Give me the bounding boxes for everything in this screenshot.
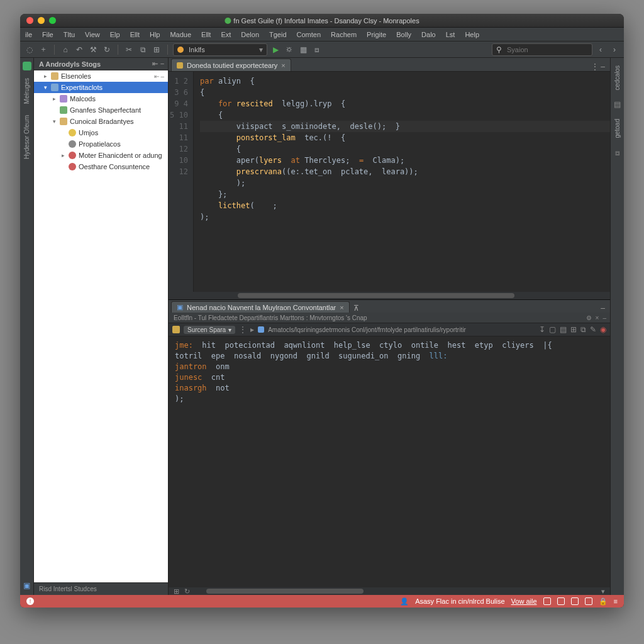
- code-editor[interactable]: 1 2 3 6 9 4 5 10 11 11 12 10 12 par aliy…: [169, 72, 610, 292]
- tool-icon-7[interactable]: ◉: [600, 325, 606, 334]
- menu-tltu[interactable]: Tltu: [58, 31, 80, 38]
- menu-lst[interactable]: Lst: [441, 31, 460, 38]
- pin-icon[interactable]: ⊼: [353, 304, 359, 313]
- menu-delon[interactable]: Delon: [236, 31, 264, 38]
- left-tool-tab-1[interactable]: Mełruges: [22, 74, 31, 108]
- tree-row-6[interactable]: Propatielacos: [34, 138, 168, 150]
- run-config-selector[interactable]: ▾: [173, 43, 267, 56]
- tool-icon-2[interactable]: ▢: [549, 325, 556, 334]
- hide-icon[interactable]: –: [160, 60, 164, 68]
- gear-icon[interactable]: ⚙: [586, 314, 592, 321]
- editor-tab[interactable]: Doneda toutied exportecteary ×: [171, 58, 291, 71]
- menu-prigite[interactable]: Prigite: [362, 31, 391, 38]
- tree-row-2[interactable]: ▸Malcods: [34, 93, 168, 104]
- prev-button[interactable]: ‹: [595, 44, 606, 55]
- console-output[interactable]: jme: hit poteciontad aqwnliont help_lse …: [169, 336, 610, 587]
- status-menu-icon[interactable]: ≡: [614, 597, 618, 605]
- sb-icon-1[interactable]: ⊞: [174, 587, 179, 596]
- tool-icon-6[interactable]: ✎: [590, 325, 596, 334]
- tool-icon-3[interactable]: ▤: [560, 325, 567, 334]
- sb-chevron-icon[interactable]: ▾: [601, 587, 605, 596]
- filter-icon[interactable]: ⋮: [239, 325, 247, 334]
- debug-button[interactable]: ⛭: [284, 44, 295, 55]
- close-window-button[interactable]: [26, 17, 33, 24]
- tree-row-4[interactable]: ▾Cunoical Bradantyes: [34, 116, 168, 127]
- menu-tgeid[interactable]: Tgeid: [264, 31, 292, 38]
- inspect-icon[interactable]: ⧈: [615, 148, 620, 157]
- search-box[interactable]: ⚲: [492, 43, 592, 56]
- editor-scrollbar[interactable]: [169, 292, 610, 299]
- status-icon-4[interactable]: [585, 597, 592, 605]
- tree-row-0[interactable]: ▸Elsenoles⇤ –: [34, 70, 168, 82]
- menu-hlp[interactable]: Hlp: [145, 31, 165, 38]
- paste-button[interactable]: ⊞: [151, 44, 162, 55]
- run-config-name[interactable]: [187, 45, 250, 54]
- undo-button[interactable]: ↶: [74, 44, 85, 55]
- tab-overflow-icon[interactable]: ⋮ –: [591, 62, 605, 71]
- status-icon-2[interactable]: [557, 597, 565, 605]
- play-icon[interactable]: ▸: [250, 325, 254, 334]
- close-tab-icon[interactable]: ×: [281, 62, 285, 69]
- cut-button[interactable]: ✂: [123, 44, 135, 55]
- menu-bolly[interactable]: Bolly: [391, 31, 416, 38]
- status-icon-3[interactable]: [571, 597, 579, 605]
- close-icon[interactable]: ×: [596, 314, 599, 321]
- save-button[interactable]: ⌂: [60, 44, 71, 55]
- structure-icon[interactable]: ▣: [23, 581, 30, 590]
- menu-comten[interactable]: Comten: [292, 31, 326, 38]
- console-tab[interactable]: ▣ Nenad nacio Navnent la Muylraon Convon…: [171, 301, 350, 313]
- db-icon[interactable]: ▤: [614, 100, 621, 109]
- left-tool-tab-2[interactable]: Hydesor Ofeum: [22, 111, 31, 163]
- sb-icon-2[interactable]: ↻: [184, 587, 190, 596]
- collapse-icon[interactable]: ⇤: [152, 60, 158, 68]
- attach-button[interactable]: ⧈: [311, 44, 323, 55]
- tree-row-5[interactable]: Umjos: [34, 127, 168, 138]
- code-content[interactable]: par aliyn { { for rescited lelgg).lryp {…: [194, 72, 610, 292]
- back-button[interactable]: ◌: [24, 44, 35, 55]
- stop-button[interactable]: ▦: [297, 44, 309, 55]
- menu-rachem[interactable]: Rachem: [326, 31, 362, 38]
- min-icon[interactable]: –: [602, 314, 606, 321]
- minimize-panel-icon[interactable]: –: [601, 304, 605, 313]
- redo-button[interactable]: ↻: [101, 44, 113, 55]
- tree-row-3[interactable]: Gnanfes Shaperfectant: [34, 104, 168, 116]
- menu-ellt[interactable]: Ellt: [125, 31, 145, 38]
- console-scrollbar[interactable]: ⊞ ↻ ▾: [169, 587, 610, 595]
- run-button[interactable]: ▶: [270, 44, 281, 55]
- new-button[interactable]: ＋: [38, 44, 49, 55]
- tree-row-7[interactable]: ▸Moter Ehanicdent or adung: [34, 150, 168, 161]
- run-indicator-icon[interactable]: [172, 326, 180, 333]
- warning-icon[interactable]: !: [26, 597, 34, 605]
- right-tool-tab-1[interactable]: cedcałos: [613, 62, 622, 94]
- tool-icon-1[interactable]: ↧: [539, 325, 545, 334]
- hammer-icon[interactable]: ⚒: [87, 44, 99, 55]
- scrollbar-thumb[interactable]: [238, 293, 514, 298]
- menu-view[interactable]: View: [80, 31, 105, 38]
- menu-file[interactable]: File: [37, 31, 58, 38]
- scope-chip[interactable]: Surcen Spara▾: [184, 326, 235, 334]
- copy-button[interactable]: ⧉: [137, 44, 148, 55]
- tree-row-8[interactable]: Oesthare Consuntence: [34, 161, 168, 172]
- console-scroll-thumb[interactable]: [206, 589, 364, 594]
- status-link[interactable]: Vow aile: [511, 597, 537, 605]
- menu-ellt[interactable]: Ellt: [196, 31, 216, 38]
- status-lock-icon[interactable]: 🔒: [599, 597, 608, 606]
- project-tree[interactable]: ▸Elsenoles⇤ –▾Expertitaclots▸MalcodsGnan…: [34, 70, 168, 582]
- next-button[interactable]: ›: [609, 44, 620, 55]
- menu-ile[interactable]: ile: [20, 31, 37, 38]
- tree-row-1[interactable]: ▾Expertitaclots: [34, 82, 168, 93]
- menu-madue[interactable]: Madue: [165, 31, 196, 38]
- tool-icon-5[interactable]: ⧉: [580, 325, 586, 334]
- project-icon[interactable]: [23, 62, 31, 70]
- right-tool-tab-2[interactable]: getoad: [613, 115, 622, 142]
- status-icon-1[interactable]: [543, 597, 551, 605]
- minimize-window-button[interactable]: [38, 17, 45, 24]
- search-input[interactable]: [506, 45, 595, 54]
- zoom-window-button[interactable]: [49, 17, 56, 24]
- menu-dalo[interactable]: Dalo: [416, 31, 441, 38]
- menu-ext[interactable]: Ext: [216, 31, 236, 38]
- menu-elp[interactable]: Elp: [105, 31, 125, 38]
- tool-icon-4[interactable]: ⊞: [570, 325, 577, 334]
- close-console-tab-icon[interactable]: ×: [340, 304, 343, 311]
- menu-help[interactable]: Help: [460, 31, 484, 38]
